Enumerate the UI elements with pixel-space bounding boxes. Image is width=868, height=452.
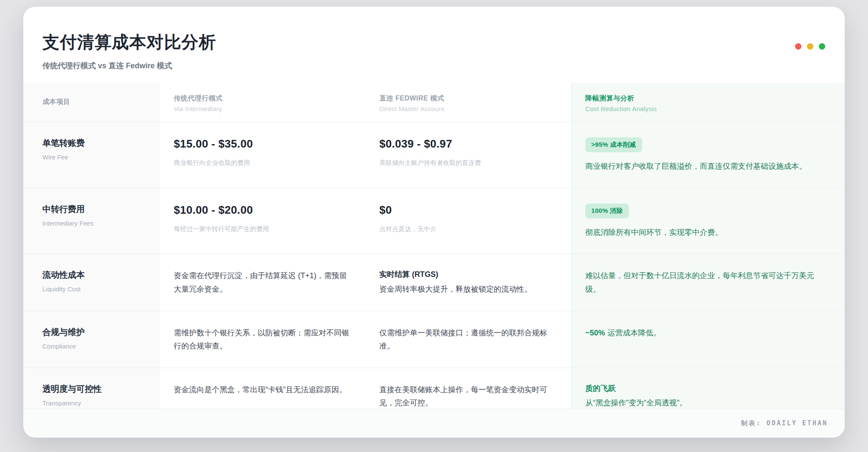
cost-description: 美联储向主账户持有者收取的直连费 (379, 159, 558, 167)
table-row: 流动性成本 Liquidity Cost 资金需在代理行沉淀，由于结算延迟 (T… (23, 254, 845, 311)
column-header-label: 直连 FEDWIRE 模式 (379, 94, 558, 103)
analysis-cell: 难以估量，但对于数十亿日流水的企业，每年利息节省可达千万美元级。 (571, 254, 845, 311)
table-header-row: 成本项目 传统代理行模式 Via Intermediary 直连 FEDWIRE… (23, 83, 845, 122)
column-header-sublabel: Via Intermediary (174, 105, 352, 112)
traditional-cell: $15.00 - $35.00 商业银行向企业收取的费用 (160, 122, 366, 188)
cost-value: $10.00 - $20.00 (174, 204, 352, 217)
column-header-direct: 直连 FEDWIRE 模式 Direct Master Account (366, 83, 571, 122)
comparison-card: 支付清算成本对比分析 传统代理行模式 vs 直连 Fedwire 模式 成本项目… (23, 7, 845, 438)
column-header-analysis: 降幅测算与分析 Cost Reduction Analysis (571, 83, 845, 122)
analysis-lead: 质的飞跃 (585, 383, 826, 393)
column-header-label: 传统代理行模式 (174, 94, 352, 103)
cost-description: 商业银行向企业收取的费用 (174, 159, 352, 167)
credit-text: 制表: ODAILY ETHAN (741, 419, 828, 427)
analysis-text-body: 运营成本降低。 (608, 329, 661, 337)
column-header-label: 降幅测算与分析 (585, 94, 826, 103)
reduction-badge: >95% 成本削减 (585, 137, 642, 152)
cell-text: 需维护数十个银行关系，以防被切断；需应对不同银行的合规审查。 (174, 326, 352, 353)
table-row: 合规与维护 Compliance 需维护数十个银行关系，以防被切断；需应对不同银… (23, 311, 845, 368)
column-header-traditional: 传统代理行模式 Via Intermediary (160, 83, 366, 122)
row-label: 流动性成本 (42, 269, 150, 281)
analysis-text: 难以估量，但对于数十亿日流水的企业，每年利息节省可达千万美元级。 (585, 269, 826, 296)
row-label-cell: 单笔转账费 Wire Fee (23, 122, 160, 188)
window-controls (795, 43, 825, 50)
analysis-text: 从“黑盒操作”变为“全局透视”。 (585, 396, 826, 410)
row-label-cell: 合规与维护 Compliance (23, 311, 160, 368)
analysis-cell: ~50%运营成本降低。 (571, 311, 845, 368)
column-header-item: 成本项目 (23, 83, 160, 122)
card-footer: 制表: ODAILY ETHAN (23, 409, 845, 438)
row-label-cell: 流动性成本 Liquidity Cost (23, 254, 160, 311)
comparison-table: 成本项目 传统代理行模式 Via Intermediary 直连 FEDWIRE… (23, 83, 845, 425)
direct-cell: 仅需维护单一美联储接口；遵循统一的联邦合规标准。 (366, 311, 571, 368)
cost-value: $15.00 - $35.00 (174, 137, 352, 151)
analysis-text: 彻底消除所有中间环节，实现零中介费。 (585, 226, 826, 240)
analysis-cell: 100% 消除 彻底消除所有中间环节，实现零中介费。 (571, 188, 845, 254)
column-header-label: 成本项目 (42, 98, 150, 106)
row-sublabel: Compliance (42, 343, 150, 350)
table-row: 中转行费用 Intermediary Fees $10.00 - $20.00 … (23, 188, 845, 254)
page-title: 支付清算成本对比分析 (42, 31, 824, 54)
row-sublabel: Intermediary Fees (42, 220, 150, 227)
row-label: 透明度与可控性 (42, 383, 150, 395)
zoom-icon[interactable] (819, 43, 825, 50)
table-row: 单笔转账费 Wire Fee $15.00 - $35.00 商业银行向企业收取… (23, 122, 845, 188)
column-header-sublabel: Cost Reduction Analysis (585, 105, 826, 112)
row-sublabel: Liquidity Cost (42, 285, 150, 293)
traditional-cell: $10.00 - $20.00 每经过一家中转行可能产生的费用 (160, 188, 366, 254)
analysis-lead: ~50% (585, 329, 605, 337)
close-icon[interactable] (795, 43, 801, 50)
cell-text: 资金流向是个黑盒，常出现“卡钱”且无法追踪原因。 (174, 383, 352, 397)
analysis-text: ~50%运营成本降低。 (585, 326, 826, 340)
cell-text: 直接在美联储账本上操作，每一笔资金变动实时可见，完全可控。 (379, 383, 558, 410)
cost-value: $0.039 - $0.97 (379, 137, 558, 151)
card-header: 支付清算成本对比分析 传统代理行模式 vs 直连 Fedwire 模式 (23, 7, 845, 83)
row-sublabel: Transparency (42, 399, 150, 407)
traditional-cell: 需维护数十个银行关系，以防被切断；需应对不同银行的合规审查。 (160, 311, 366, 368)
direct-cell: 实时结算 (RTGS) 资金周转率极大提升，释放被锁定的流动性。 (366, 254, 571, 311)
row-label: 中转行费用 (42, 204, 150, 215)
cell-text: 资金需在代理行沉淀，由于结算延迟 (T+1)，需预留大量冗余资金。 (174, 269, 352, 296)
cell-text: 仅需维护单一美联储接口；遵循统一的联邦合规标准。 (379, 326, 558, 353)
reduction-badge: 100% 消除 (585, 204, 629, 218)
analysis-text: 商业银行对客户收取了巨额溢价，而直连仅需支付基础设施成本。 (585, 160, 826, 173)
direct-cell: $0 点对点直达，无中介 (366, 188, 571, 254)
row-label: 合规与维护 (42, 326, 150, 338)
analysis-cell: >95% 成本削减 商业银行对客户收取了巨额溢价，而直连仅需支付基础设施成本。 (571, 122, 845, 188)
cost-value: $0 (379, 204, 558, 217)
direct-cell: $0.039 - $0.97 美联储向主账户持有者收取的直连费 (366, 122, 571, 188)
page-subtitle: 传统代理行模式 vs 直连 Fedwire 模式 (42, 61, 824, 71)
row-sublabel: Wire Fee (42, 153, 150, 161)
row-label: 单笔转账费 (42, 137, 150, 149)
row-label-cell: 中转行费用 Intermediary Fees (23, 188, 160, 254)
cell-text: 资金周转率极大提升，释放被锁定的流动性。 (379, 283, 558, 296)
cell-lead: 实时结算 (RTGS) (379, 269, 558, 279)
cost-description: 每经过一家中转行可能产生的费用 (174, 225, 352, 233)
cost-description: 点对点直达，无中介 (379, 225, 558, 233)
minimize-icon[interactable] (807, 43, 813, 50)
column-header-sublabel: Direct Master Account (379, 105, 558, 112)
traditional-cell: 资金需在代理行沉淀，由于结算延迟 (T+1)，需预留大量冗余资金。 (160, 254, 366, 311)
